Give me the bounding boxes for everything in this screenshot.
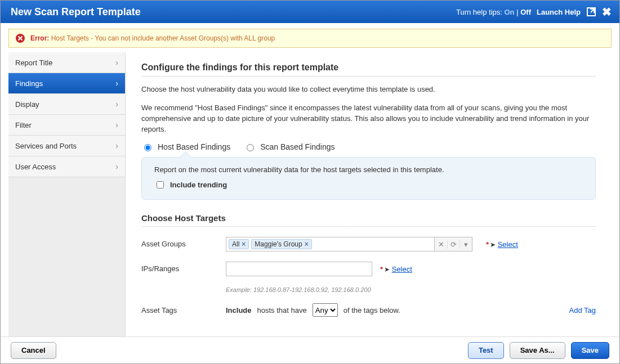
tag-all: All × <box>229 239 249 249</box>
expand-icon[interactable] <box>586 7 596 17</box>
sidebar-item-label: Display <box>15 100 39 109</box>
radio-host-input[interactable] <box>144 144 151 151</box>
ip-ranges-example: Example: 192.168.0.87-192.168.0.92, 192.… <box>226 286 371 293</box>
select-asset-groups: *➤ Select <box>486 240 518 249</box>
sidebar-item-label: Filter <box>15 121 32 129</box>
intro-para-2: We recommend "Host Based Findings" since… <box>141 103 596 135</box>
close-icon[interactable]: ✖ <box>602 6 612 17</box>
chevron-right-icon: › <box>115 58 118 67</box>
any-all-select[interactable]: Any <box>313 303 338 317</box>
sidebar-item-user-access[interactable]: User Access › <box>8 156 125 177</box>
asset-groups-input[interactable]: All × Maggie's Group × <box>226 237 434 251</box>
asset-tags-body: Include hosts that have Any of the tags … <box>226 303 596 317</box>
tag-label: All <box>232 240 239 248</box>
launch-help-link[interactable]: Launch Help <box>537 8 581 16</box>
main-content[interactable]: Configure the findings for this report t… <box>126 52 612 336</box>
error-message: Host Targets - You can not include anoth… <box>51 34 275 42</box>
example-prefix: Example: <box>226 286 252 293</box>
ip-ranges-label: IPs/Ranges <box>141 262 226 273</box>
field-ip-ranges: IPs/Ranges *➤ Select Example: <box>141 262 596 293</box>
example-text: 192.168.0.87-192.168.0.92, 192.168.0.200 <box>253 286 371 293</box>
trending-checkbox-input[interactable] <box>157 181 164 188</box>
host-targets-heading: Choose Host Targets <box>141 213 596 223</box>
sidebar-item-label: Findings <box>15 79 43 88</box>
dialog-body: Report Title › Findings › Display › Filt… <box>1 52 619 336</box>
radio-host-label: Host Based Findings <box>158 142 230 151</box>
select-ip-ranges-link[interactable]: Select <box>392 265 412 273</box>
ip-ranges-body: *➤ Select Example: 192.168.0.87-192.168.… <box>226 262 596 293</box>
chevron-right-icon: › <box>115 141 118 150</box>
error-icon <box>16 34 25 43</box>
field-asset-groups: Asset Groups All × Maggie's Group <box>141 237 596 251</box>
sidebar-item-label: Services and Ports <box>15 142 77 150</box>
header-controls: Turn help tips: On | Off Launch Help ✖ <box>456 6 612 17</box>
select-ip-ranges: *➤ Select <box>380 265 412 273</box>
select-asset-groups-link[interactable]: Select <box>498 240 518 249</box>
divider <box>141 226 596 227</box>
cursor-icon: ➤ <box>384 266 390 273</box>
required-marker: * <box>486 240 489 249</box>
info-panel: Report on the most current vulnerability… <box>141 157 596 200</box>
include-text-after: of the tags below. <box>344 306 400 314</box>
cancel-button[interactable]: Cancel <box>11 342 56 359</box>
cursor-icon: ➤ <box>490 241 496 249</box>
dialog-header: New Scan Report Template Turn help tips:… <box>1 1 619 23</box>
sidebar-item-label: User Access <box>15 163 56 171</box>
chevron-right-icon: › <box>115 120 118 129</box>
dialog-title: New Scan Report Template <box>11 6 456 18</box>
asset-groups-controls: ✕ ⟳ ▾ <box>434 237 472 251</box>
sidebar-item-display[interactable]: Display › <box>8 94 125 115</box>
main-heading: Configure the findings for this report t… <box>141 62 596 73</box>
dropdown-icon[interactable]: ▾ <box>460 240 472 249</box>
divider <box>141 76 596 77</box>
help-tips-sep: | <box>516 8 518 16</box>
intro-para-1: Choose the host vulnerability data you w… <box>141 84 596 95</box>
asset-tags-label: Asset Tags <box>141 303 226 314</box>
required-marker: * <box>380 265 383 273</box>
sidebar-item-label: Report Title <box>15 59 52 67</box>
radio-scan-input[interactable] <box>247 144 254 151</box>
help-tips-prefix: Turn help tips: <box>456 8 502 16</box>
tag-maggies-group: Maggie's Group × <box>251 239 311 249</box>
chevron-right-icon: › <box>115 79 118 88</box>
radio-scan-based[interactable]: Scan Based Findings <box>244 142 334 151</box>
save-button[interactable]: Save <box>571 342 609 359</box>
save-as-button[interactable]: Save As... <box>510 342 565 359</box>
findings-type-radios: Host Based Findings Scan Based Findings <box>141 142 596 151</box>
radio-host-based[interactable]: Host Based Findings <box>141 142 230 151</box>
refresh-icon[interactable]: ⟳ <box>447 240 460 249</box>
dialog-footer: Cancel Test Save As... Save <box>1 336 619 363</box>
help-tips-on[interactable]: On <box>505 8 515 16</box>
tag-remove-icon[interactable]: × <box>305 240 309 248</box>
panel-description: Report on the most current vulnerability… <box>154 165 583 174</box>
ip-ranges-input[interactable] <box>226 262 372 276</box>
sidebar: Report Title › Findings › Display › Filt… <box>8 52 126 336</box>
tag-remove-icon[interactable]: × <box>242 240 246 248</box>
radio-scan-label: Scan Based Findings <box>260 142 334 151</box>
include-word: Include <box>226 306 252 314</box>
help-tips-off[interactable]: Off <box>520 8 531 16</box>
sidebar-item-filter[interactable]: Filter › <box>8 115 125 136</box>
host-targets-section: Choose Host Targets Asset Groups All × <box>141 213 596 317</box>
include-text-before: hosts that have <box>257 306 307 314</box>
test-button[interactable]: Test <box>468 342 504 359</box>
asset-groups-label: Asset Groups <box>141 237 226 248</box>
error-banner: Error: Host Targets - You can not includ… <box>8 29 612 48</box>
sidebar-item-findings[interactable]: Findings › <box>8 73 125 94</box>
tag-label: Maggie's Group <box>255 240 302 248</box>
trending-checkbox-label: Include trending <box>170 181 227 189</box>
sidebar-item-services-ports[interactable]: Services and Ports › <box>8 136 125 156</box>
dialog-window: New Scan Report Template Turn help tips:… <box>0 0 620 364</box>
add-tag-link[interactable]: Add Tag <box>569 306 596 314</box>
chevron-right-icon: › <box>115 162 118 171</box>
clear-icon[interactable]: ✕ <box>435 240 447 249</box>
help-tips-toggle: Turn help tips: On | Off <box>456 8 531 16</box>
main-wrapper: Configure the findings for this report t… <box>126 52 612 336</box>
field-asset-tags: Asset Tags Include hosts that have Any o… <box>141 303 596 317</box>
asset-groups-body: All × Maggie's Group × <box>226 237 596 251</box>
error-label: Error: <box>30 34 49 42</box>
include-trending-checkbox[interactable]: Include trending <box>154 179 583 190</box>
chevron-right-icon: › <box>115 100 118 109</box>
sidebar-item-report-title[interactable]: Report Title › <box>8 52 125 73</box>
